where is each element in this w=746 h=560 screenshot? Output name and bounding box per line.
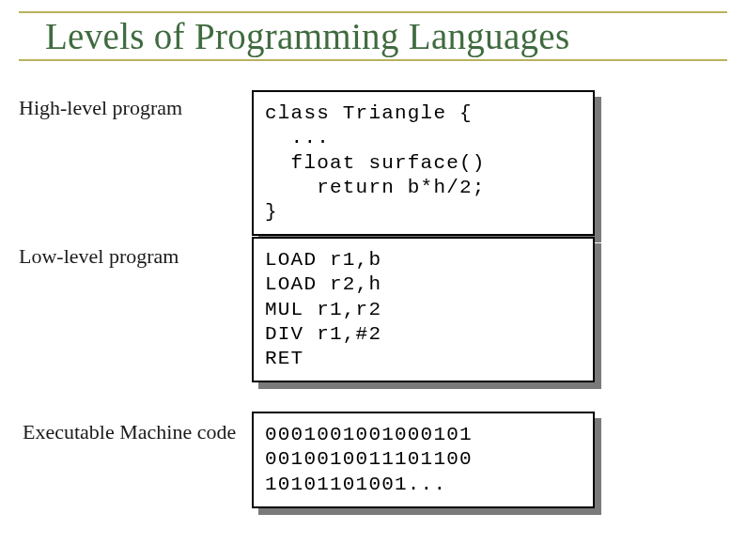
- codebox-frame: LOAD r1,b LOAD r2,h MUL r1,r2 DIV r1,#2 …: [252, 237, 595, 382]
- slide-title: Levels of Programming Languages: [45, 15, 727, 57]
- codebox-frame: class Triangle { ... float surface() ret…: [252, 90, 595, 236]
- title-block: Levels of Programming Languages: [19, 11, 727, 61]
- label-machine-code: Executable Machine code: [23, 420, 236, 444]
- label-low-level: Low-level program: [19, 244, 179, 269]
- codebox-machine-code: 0001001001000101 0010010011101100 101011…: [252, 412, 595, 508]
- title-rule-bottom: [19, 59, 727, 61]
- codebox-frame: 0001001001000101 0010010011101100 101011…: [252, 412, 595, 508]
- label-high-level: High-level program: [19, 96, 182, 120]
- title-rule-top: [19, 11, 727, 13]
- codebox-low-level: LOAD r1,b LOAD r2,h MUL r1,r2 DIV r1,#2 …: [252, 237, 595, 382]
- code-machine-code: 0001001001000101 0010010011101100 101011…: [265, 423, 582, 497]
- codebox-high-level: class Triangle { ... float surface() ret…: [252, 90, 595, 236]
- code-high-level: class Triangle { ... float surface() ret…: [265, 101, 582, 225]
- slide: Levels of Programming Languages High-lev…: [0, 0, 746, 560]
- code-low-level: LOAD r1,b LOAD r2,h MUL r1,r2 DIV r1,#2 …: [265, 248, 582, 371]
